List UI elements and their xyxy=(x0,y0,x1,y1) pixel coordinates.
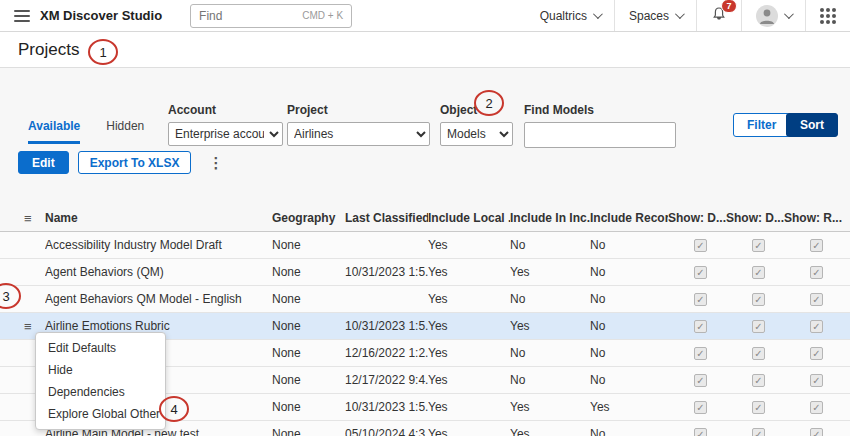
show-checkbox: ✓ xyxy=(752,374,765,387)
cell-show: ✓ xyxy=(668,427,726,436)
cell-include-in: No xyxy=(510,292,590,306)
column-header[interactable]: Name xyxy=(45,211,272,225)
show-checkbox: ✓ xyxy=(810,374,823,387)
cell-show: ✓ xyxy=(668,373,726,387)
notifications-button[interactable]: 7 xyxy=(696,0,741,31)
cell-include-in: Yes xyxy=(510,400,590,414)
cell-show: ✓ xyxy=(726,265,784,279)
column-header[interactable]: Include Local ... xyxy=(428,211,510,225)
account-menu[interactable] xyxy=(741,0,805,31)
find-models-input[interactable] xyxy=(524,122,676,148)
show-checkbox: ✓ xyxy=(752,428,765,436)
cell-geography: None xyxy=(272,427,345,436)
cell-show: ✓ xyxy=(668,265,726,279)
cell-show: ✓ xyxy=(784,319,850,333)
topbar: XM Discover Studio CMD + K Qualtrics Spa… xyxy=(0,0,850,32)
table-row[interactable]: Accessibility Industry Model DraftNoneYe… xyxy=(0,232,850,259)
context-menu-item[interactable]: Hide xyxy=(36,359,165,381)
cell-name: Airline Emotions Rubric xyxy=(45,319,272,333)
show-checkbox: ✓ xyxy=(810,428,823,436)
cell-include-in: Yes xyxy=(510,265,590,279)
show-checkbox: ✓ xyxy=(752,320,765,333)
table-row[interactable]: Agent Behaviors QM Model - EnglishNoneYe… xyxy=(0,286,850,313)
cell-geography: None xyxy=(272,265,345,279)
cell-last-classified: 12/16/2022 1:2... xyxy=(345,346,428,360)
show-checkbox: ✓ xyxy=(752,239,765,252)
show-checkbox: ✓ xyxy=(752,347,765,360)
filter-button[interactable]: Filter xyxy=(733,113,790,137)
cell-show: ✓ xyxy=(668,319,726,333)
context-menu-item[interactable]: Explore Global Other xyxy=(36,403,165,425)
context-menu-item[interactable]: Dependencies xyxy=(36,381,165,403)
cell-show: ✓ xyxy=(668,346,726,360)
show-checkbox: ✓ xyxy=(694,428,707,436)
annotation-circle-1: 1 xyxy=(88,39,118,65)
tab-available[interactable]: Available xyxy=(28,119,80,144)
app-launcher-button[interactable] xyxy=(805,0,850,31)
search-shortcut-hint: CMD + K xyxy=(302,10,343,21)
show-checkbox: ✓ xyxy=(694,347,707,360)
cell-last-classified: 12/17/2022 9:4... xyxy=(345,373,428,387)
column-header[interactable]: Show: D... xyxy=(668,211,726,225)
qualtrics-menu[interactable]: Qualtrics xyxy=(526,0,614,31)
cell-name: Accessibility Industry Model Draft xyxy=(45,238,272,252)
sort-button[interactable]: Sort xyxy=(786,113,838,137)
context-menu-item[interactable]: Edit Defaults xyxy=(36,337,165,359)
show-checkbox: ✓ xyxy=(810,320,823,333)
edit-button[interactable]: Edit xyxy=(18,151,69,174)
project-select[interactable]: Airlines xyxy=(287,122,430,146)
show-checkbox: ✓ xyxy=(810,401,823,414)
cell-show: ✓ xyxy=(784,292,850,306)
chevron-down-icon xyxy=(593,9,603,19)
cell-geography: None xyxy=(272,373,345,387)
cell-last-classified: 10/31/2023 1:5... xyxy=(345,265,428,279)
spaces-menu-label: Spaces xyxy=(629,9,669,23)
cell-show: ✓ xyxy=(784,373,850,387)
cell-geography: None xyxy=(272,400,345,414)
account-label: Account xyxy=(168,103,283,117)
kebab-menu-icon[interactable]: ⋮ xyxy=(200,154,231,172)
cell-show: ✓ xyxy=(784,346,850,360)
show-checkbox: ✓ xyxy=(694,401,707,414)
column-header[interactable]: Include In Inc... xyxy=(510,211,590,225)
page-title: Projects xyxy=(18,40,79,60)
spaces-menu[interactable]: Spaces xyxy=(614,0,696,31)
account-field: Account Enterprise account xyxy=(168,103,283,146)
account-select[interactable]: Enterprise account xyxy=(168,122,283,146)
column-header[interactable]: Show: D... xyxy=(726,211,784,225)
chevron-down-icon xyxy=(784,9,794,19)
cell-name: Agent Behaviors QM Model - English xyxy=(45,292,272,306)
cell-include-recor: No xyxy=(590,238,668,252)
hamburger-menu-icon[interactable] xyxy=(14,10,30,22)
export-xlsx-button[interactable]: Export To XLSX xyxy=(78,151,192,174)
object-select[interactable]: Models xyxy=(440,122,513,146)
find-models-field: Find Models xyxy=(524,103,676,148)
cell-show: ✓ xyxy=(784,238,850,252)
global-search[interactable]: CMD + K xyxy=(190,4,352,28)
cell-include-in: No xyxy=(510,373,590,387)
table-row[interactable]: Agent Behaviors (QM)None10/31/2023 1:5..… xyxy=(0,259,850,286)
show-checkbox: ✓ xyxy=(694,293,707,306)
context-menu: Edit DefaultsHideDependenciesExplore Glo… xyxy=(35,332,166,430)
cell-show: ✓ xyxy=(668,238,726,252)
cell-show: ✓ xyxy=(726,373,784,387)
cell-include-local: Yes xyxy=(428,346,510,360)
column-header[interactable]: Last Classified xyxy=(345,211,428,225)
cell-include-in: Yes xyxy=(510,427,590,436)
cell-include-in: Yes xyxy=(510,319,590,333)
column-header[interactable]: Include Recor... xyxy=(590,211,668,225)
topbar-right: Qualtrics Spaces 7 xyxy=(526,0,850,31)
search-input[interactable] xyxy=(199,9,302,23)
show-checkbox: ✓ xyxy=(694,266,707,279)
cell-show: ✓ xyxy=(784,427,850,436)
column-header[interactable]: Show: R... xyxy=(784,211,850,225)
column-header[interactable]: Geography xyxy=(272,211,345,225)
annotation-circle-4: 4 xyxy=(159,396,189,422)
cell-show: ✓ xyxy=(726,292,784,306)
cell-include-local: Yes xyxy=(428,319,510,333)
tab-hidden[interactable]: Hidden xyxy=(106,119,144,144)
show-checkbox: ✓ xyxy=(752,293,765,306)
cell-geography: None xyxy=(272,319,345,333)
cell-include-recor: No xyxy=(590,373,668,387)
table-menu-icon[interactable]: ≡ xyxy=(0,211,45,226)
